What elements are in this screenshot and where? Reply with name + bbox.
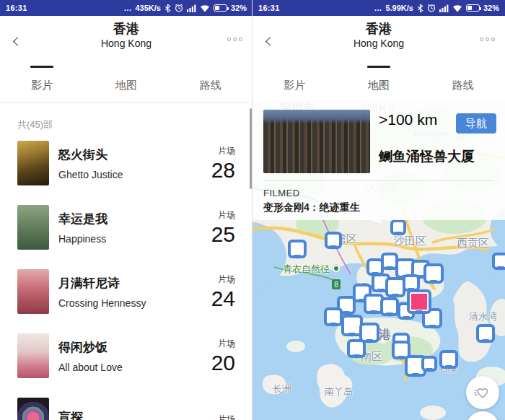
battery-percent: 32% [231, 4, 247, 12]
map-place-label: 南丫岛 [325, 385, 353, 398]
signal-icon [187, 4, 196, 12]
screen-seam [252, 0, 252, 420]
distance-label: >100 km [379, 111, 437, 128]
movie-title-zh: 幸运是我 [58, 211, 107, 227]
divider [263, 180, 494, 181]
back-icon [265, 37, 275, 46]
map-marker[interactable] [492, 253, 505, 270]
alarm-icon [175, 4, 183, 12]
page-header: 香港 Hong Kong [0, 16, 252, 61]
page-title: 香港 [252, 16, 505, 37]
clock-time: 16:31 [6, 4, 27, 12]
movie-title-en: Happiness [58, 233, 107, 245]
bluetooth-icon [164, 4, 171, 13]
map-place-label: 青衣自然径 [283, 263, 341, 276]
films-list-screen: 16:31 … 435K/s 32% 香港 Hong Kong 影片 地图 路线 [0, 0, 252, 420]
map-marker[interactable] [421, 356, 437, 372]
notification-ellipsis-icon: … [374, 4, 382, 12]
battery-icon [466, 4, 480, 12]
movie-title-zh: 得闲炒饭 [58, 339, 123, 356]
tab-films[interactable]: 影片 [252, 61, 337, 102]
battery-icon [214, 4, 227, 12]
page-header: 香港 Hong Kong [252, 16, 505, 61]
scene-count: 24 [211, 287, 235, 310]
active-tab-indicator [367, 66, 390, 68]
status-bar: 16:31 … 435K/s 32% [0, 0, 252, 16]
map-marker[interactable] [325, 232, 342, 249]
network-speed: 435K/s [135, 4, 160, 12]
map-marker[interactable] [288, 240, 307, 258]
map-marker[interactable] [390, 219, 406, 235]
location-card-panel[interactable]: >100 km 导航 鲗鱼涌怪兽大厦 FILMED 变形金刚4：绝迹重生 [252, 101, 505, 220]
film-count-label: 共(45)部 [17, 103, 235, 141]
movie-poster [17, 141, 49, 185]
page-subtitle: Hong Kong [252, 37, 505, 50]
movie-poster [17, 333, 49, 378]
map-viewport[interactable]: 8 深圳市周田村儿船湾郊野公园大埔区荃湾区沙田区西贡区青衣自然径深水清水湾香港南… [252, 101, 505, 420]
heart-list-icon [474, 385, 491, 400]
movie-title-en: All about Love [58, 362, 123, 373]
movie-title-zh: 月满轩尼诗 [58, 275, 146, 292]
tab-bar: 影片 地图 路线 [0, 61, 252, 102]
scene-count: 20 [211, 351, 235, 375]
status-bar: 16:31 … 5.99K/s 32% [252, 0, 505, 16]
tab-map[interactable]: 地图 [337, 61, 421, 102]
clock-time: 16:31 [258, 4, 280, 12]
film-list-item[interactable]: 盲探 片场 [17, 398, 235, 420]
location-name: 鲗鱼涌怪兽大厦 [379, 147, 475, 166]
film-list-item[interactable]: 得闲炒饭All about Love 片场20 [17, 333, 235, 378]
movie-title-zh: 怒火街头 [58, 146, 123, 163]
wifi-icon [200, 4, 210, 12]
map-marker[interactable] [476, 324, 495, 343]
back-button[interactable] [10, 35, 26, 51]
back-button[interactable] [263, 35, 278, 51]
signal-icon [439, 4, 449, 12]
screenshot-canvas: 16:31 … 435K/s 32% 香港 Hong Kong 影片 地图 路线 [0, 0, 505, 420]
movie-poster [17, 269, 49, 314]
back-icon [13, 37, 22, 46]
active-tab-indicator [30, 66, 53, 68]
favorites-list-button[interactable] [466, 376, 499, 409]
movie-poster [17, 205, 49, 250]
filmed-movie-title: 变形金刚4：绝迹重生 [263, 201, 360, 214]
scene-count-label: 片场 [211, 209, 235, 222]
selected-map-marker[interactable] [407, 289, 431, 314]
movie-title-zh: 盲探 [58, 409, 83, 420]
map-place-label: 清水湾 [469, 310, 497, 323]
movie-title-en: Crossing Hennessy [58, 297, 146, 309]
alarm-icon [427, 4, 436, 12]
tab-routes[interactable]: 路线 [421, 61, 505, 102]
more-options-button[interactable] [227, 38, 242, 41]
network-speed: 5.99K/s [385, 4, 413, 12]
map-marker[interactable] [347, 339, 366, 358]
tab-films[interactable]: 影片 [0, 61, 84, 102]
tab-bar: 影片 地图 路线 [252, 61, 505, 102]
bluetooth-icon [417, 4, 423, 13]
more-options-button[interactable] [480, 38, 495, 41]
map-marker[interactable] [423, 263, 444, 284]
film-list-item[interactable]: 怒火街头Ghetto Justice 片场28 [17, 141, 235, 185]
tab-map[interactable]: 地图 [84, 61, 169, 102]
scene-count: 28 [211, 159, 235, 182]
map-marker[interactable] [439, 350, 458, 369]
scene-count-label: 片场 [211, 274, 235, 286]
svg-text:8: 8 [334, 281, 338, 289]
notification-ellipsis-icon: … [123, 4, 131, 12]
page-subtitle: Hong Kong [0, 37, 252, 50]
navigate-button[interactable]: 导航 [456, 113, 496, 134]
route-8-badge: 8 [332, 279, 341, 289]
map-place-label: 长洲 [273, 382, 291, 395]
scene-count: 25 [211, 223, 235, 246]
film-list-item[interactable]: 幸运是我Happiness 片场25 [17, 205, 235, 250]
map-marker[interactable] [324, 307, 343, 326]
map-marker[interactable] [380, 297, 399, 316]
film-list: 共(45)部 怒火街头Ghetto Justice 片场28 幸运是我Happi… [0, 103, 252, 420]
film-list-item[interactable]: 月满轩尼诗Crossing Hennessy 片场24 [17, 269, 235, 314]
map-screen: 16:31 … 5.99K/s 32% 香港 Hong Kong 影片 地图 路… [252, 0, 505, 420]
map-place-label: 西贡区 [457, 237, 489, 250]
scene-count-label: 片场 [218, 414, 235, 420]
movie-poster [17, 398, 49, 420]
tab-routes[interactable]: 路线 [168, 61, 252, 102]
movie-title-en: Ghetto Justice [58, 169, 123, 180]
scene-count-label: 片场 [211, 338, 235, 350]
